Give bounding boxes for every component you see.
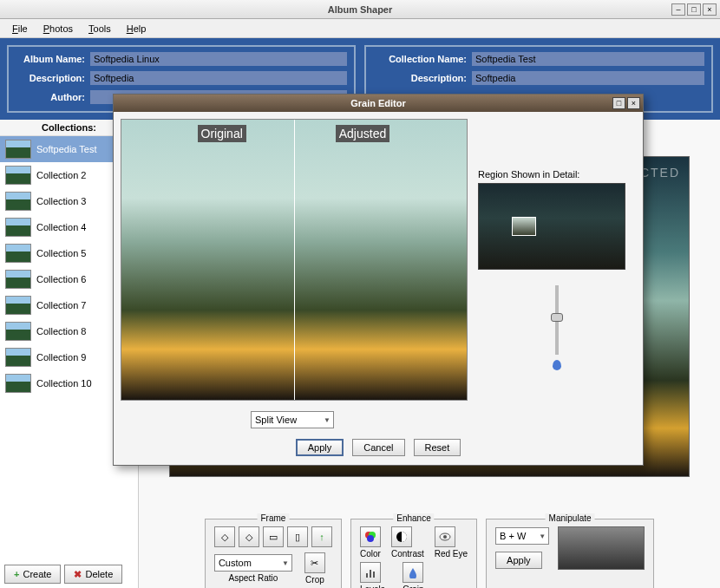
drop-icon: [553, 360, 561, 370]
frame-panel-title: Frame: [257, 513, 289, 523]
rotate-left-button[interactable]: ◇: [214, 526, 235, 547]
delete-button[interactable]: ✖Delete: [64, 565, 122, 584]
dialog-cancel-button[interactable]: Cancel: [352, 439, 404, 456]
manipulate-preview: [558, 526, 645, 570]
collection-thumb: [5, 192, 31, 211]
maximize-button[interactable]: □: [687, 3, 701, 16]
collection-label: Collection 3: [36, 196, 86, 206]
effect-select[interactable]: B + W: [495, 527, 549, 545]
frame-opt1-button[interactable]: ▭: [263, 526, 284, 547]
dialog-reset-button[interactable]: Reset: [414, 439, 461, 456]
split-divider[interactable]: [294, 120, 295, 400]
svg-rect-7: [370, 570, 371, 578]
plus-icon: +: [14, 569, 19, 579]
collection-thumb: [5, 140, 31, 159]
close-button[interactable]: ×: [703, 3, 717, 16]
album-description-label: Description:: [16, 73, 85, 83]
collection-label: Collection 2: [36, 170, 86, 180]
levels-button[interactable]: [360, 562, 381, 583]
aspect-ratio-select[interactable]: Custom: [214, 554, 292, 572]
collection-name-label: Collection Name:: [373, 54, 467, 64]
collection-label: Collection 9: [36, 352, 86, 363]
grain-button[interactable]: [403, 562, 423, 583]
enhance-panel: Enhance Color Contrast Red Eye: [350, 519, 477, 588]
cross-icon: ✖: [74, 569, 82, 580]
enhance-panel-title: Enhance: [393, 513, 434, 523]
collection-label: Collection 6: [36, 274, 86, 284]
minimize-button[interactable]: –: [671, 3, 685, 16]
collection-label: Softpedia Test: [36, 144, 97, 154]
collection-label: Collection 4: [36, 222, 86, 232]
author-label: Author:: [16, 92, 85, 102]
collection-label: Collection 8: [36, 326, 86, 336]
svg-rect-8: [373, 572, 375, 578]
grain-slider[interactable]: [555, 285, 559, 355]
aspect-ratio-label: Aspect Ratio: [214, 573, 292, 583]
collection-label: Collection 7: [36, 300, 86, 310]
album-name-input[interactable]: [90, 52, 347, 66]
collection-name-input[interactable]: [472, 52, 704, 66]
crop-label: Crop: [304, 575, 325, 585]
split-view-image[interactable]: Original Adjusted: [121, 119, 468, 401]
region-selection-box[interactable]: [512, 217, 536, 236]
menu-photos[interactable]: Photos: [36, 22, 80, 36]
region-label: Region Shown in Detail:: [478, 169, 636, 180]
collection-thumb: [5, 270, 31, 289]
collection-label: Collection 10: [36, 378, 92, 389]
svg-point-2: [367, 535, 374, 542]
collection-thumb: [5, 166, 31, 185]
svg-rect-6: [366, 573, 368, 578]
collection-description-label: Description:: [373, 73, 467, 83]
rgb-icon: [364, 531, 376, 543]
frame-panel: Frame ◇ ◇ ▭ ▯ ↑ Custom Aspect Ratio ✂ Cr…: [205, 519, 342, 588]
tool-panels: Frame ◇ ◇ ▭ ▯ ↑ Custom Aspect Ratio ✂ Cr…: [139, 513, 720, 588]
levels-icon: [364, 566, 376, 578]
adjusted-label: Adjusted: [336, 125, 389, 142]
collection-thumb: [5, 244, 31, 263]
original-label: Original: [198, 125, 246, 142]
menubar: File Photos Tools Help: [0, 19, 720, 38]
region-overview[interactable]: [478, 183, 625, 270]
create-button[interactable]: +Create: [4, 565, 61, 584]
collection-thumb: [5, 218, 31, 237]
window-titlebar: Album Shaper – □ ×: [0, 0, 720, 19]
color-button[interactable]: [360, 526, 381, 547]
contrast-icon: [396, 531, 408, 543]
collection-label: Collection 5: [36, 248, 86, 258]
grain-slider-handle[interactable]: [551, 313, 563, 322]
manipulate-apply-button[interactable]: Apply: [495, 552, 542, 569]
contrast-button[interactable]: [391, 526, 412, 547]
collection-thumb: [5, 296, 31, 315]
album-description-input[interactable]: [90, 71, 347, 85]
crop-button[interactable]: ✂: [304, 552, 325, 573]
collection-description-input[interactable]: [472, 71, 704, 85]
menu-help[interactable]: Help: [120, 22, 154, 36]
menu-file[interactable]: File: [5, 22, 35, 36]
view-mode-select[interactable]: Split View: [251, 411, 334, 428]
drop-icon: [407, 566, 419, 578]
rotate-right-button[interactable]: ◇: [239, 526, 259, 547]
svg-point-5: [443, 535, 447, 539]
dialog-maximize-button[interactable]: □: [612, 97, 625, 109]
window-controls: – □ ×: [671, 3, 717, 16]
dialog-title: Grain Editor: [350, 98, 406, 108]
collection-thumb: [5, 348, 31, 367]
dialog-close-button[interactable]: ×: [627, 97, 640, 109]
eye-icon: [439, 531, 451, 543]
frame-opt2-button[interactable]: ▯: [287, 526, 308, 547]
dialog-apply-button[interactable]: Apply: [296, 439, 344, 456]
manipulate-panel-title: Manipulate: [546, 513, 595, 523]
window-title: Album Shaper: [328, 4, 393, 15]
collection-thumb: [5, 374, 31, 393]
manipulate-panel: Manipulate B + W Apply: [486, 519, 654, 588]
redeye-button[interactable]: [435, 526, 455, 547]
grain-editor-dialog: Grain Editor □ × Original Adjusted Regio…: [113, 94, 644, 466]
menu-tools[interactable]: Tools: [82, 22, 118, 36]
collection-thumb: [5, 322, 31, 341]
bottom-bar: +Create ✖Delete: [4, 565, 122, 584]
frame-opt3-button[interactable]: ↑: [311, 526, 332, 547]
album-name-label: Album Name:: [16, 54, 85, 64]
dialog-titlebar[interactable]: Grain Editor □ ×: [114, 95, 643, 112]
